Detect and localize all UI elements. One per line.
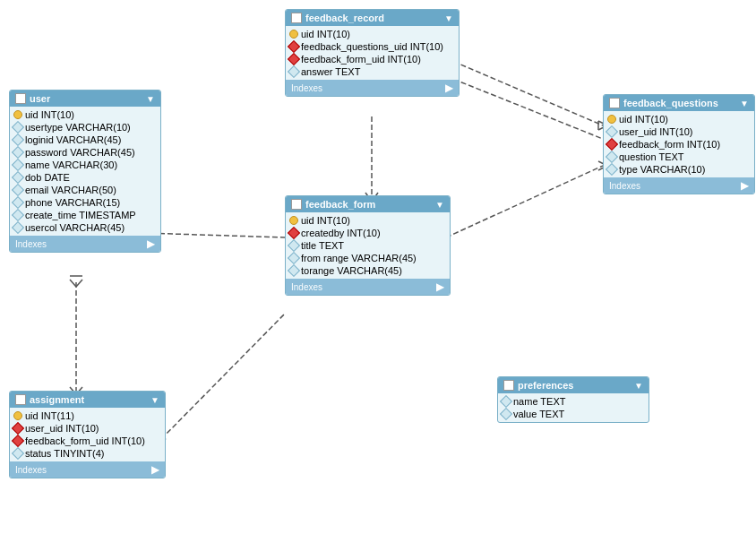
dropdown-arrow[interactable]: ▼ [740,99,749,108]
field-icon [12,171,24,184]
field-text: name TEXT [513,396,566,407]
field-icon [12,121,24,134]
field-row: email VARCHAR(50) [10,184,160,196]
field-row: uid INT(10) [286,214,450,227]
table-header-feedback-questions: feedback_questions ▼ [604,95,754,111]
table-header-preferences: preferences ▼ [498,377,649,393]
table-icon [609,98,620,108]
fk-icon [606,138,618,151]
field-row: uid INT(10) [286,28,459,40]
table-name-feedback-record: feedback_record [305,13,384,23]
field-text: type VARCHAR(10) [619,164,705,175]
field-icon [606,151,618,163]
field-icon [12,146,24,159]
field-row: user_uid INT(10) [604,125,754,138]
field-row: name VARCHAR(30) [10,159,160,171]
table-body-feedback-record: uid INT(10) feedback_questions_uid INT(1… [286,26,459,80]
field-text: dob DATE [25,172,70,183]
table-icon [291,199,302,210]
field-text: usertype VARCHAR(10) [25,122,131,133]
field-icon [606,163,618,176]
field-row: feedback_questions_uid INT(10) [286,40,459,53]
fk-icon [288,53,300,65]
table-footer-assignment[interactable]: Indexes ▶ [10,461,165,478]
table-icon [291,13,302,23]
field-row: password VARCHAR(45) [10,146,160,159]
svg-line-12 [446,166,603,237]
field-icon [606,125,618,138]
field-row: type VARCHAR(10) [604,163,754,176]
dropdown-arrow[interactable]: ▼ [146,94,155,104]
field-text: feedback_questions_uid INT(10) [301,41,443,52]
field-row: usercol VARCHAR(45) [10,221,160,234]
table-header-feedback-record: feedback_record ▼ [286,10,459,26]
field-text: loginid VARCHAR(45) [25,134,121,145]
table-feedback-form: feedback_form ▼ uid INT(10) createdby IN… [285,195,451,296]
field-row: user_uid INT(10) [10,422,165,435]
field-text: createdby INT(10) [301,228,381,238]
field-icon [12,447,24,460]
dropdown-arrow[interactable]: ▼ [634,381,643,391]
field-text: torange VARCHAR(45) [301,265,402,276]
svg-line-17 [76,280,82,287]
field-icon [12,159,24,171]
field-icon [500,395,512,408]
field-text: uid INT(11) [25,410,74,421]
table-name-feedback-questions: feedback_questions [623,98,718,108]
field-row: answer TEXT [286,65,459,78]
dropdown-arrow[interactable]: ▼ [435,200,444,210]
table-name-preferences: preferences [518,380,573,391]
table-body-feedback-form: uid INT(10) createdby INT(10) title TEXT… [286,212,450,279]
field-row: phone VARCHAR(15) [10,196,160,209]
field-icon [288,264,300,277]
dropdown-arrow[interactable]: ▼ [150,395,159,405]
table-icon [15,394,26,405]
table-preferences: preferences ▼ name TEXT value TEXT [497,376,649,423]
fk-icon [12,422,24,435]
indexes-label: Indexes [291,83,322,93]
field-text: from range VARCHAR(45) [301,253,417,263]
footer-arrow: ▶ [741,179,749,192]
field-text: user_uid INT(10) [619,126,693,137]
field-row: torange VARCHAR(45) [286,264,450,277]
field-text: status TINYINT(4) [25,448,104,459]
field-row: createdby INT(10) [286,227,450,239]
field-row: from range VARCHAR(45) [286,252,450,264]
field-icon [288,239,300,252]
field-text: value TEXT [513,409,564,419]
pk-icon [607,115,616,124]
field-icon [288,65,300,78]
field-row: loginid VARCHAR(45) [10,134,160,146]
field-text: password VARCHAR(45) [25,147,135,158]
table-body-feedback-questions: uid INT(10) user_uid INT(10) feedback_fo… [604,111,754,177]
table-footer-feedback-questions[interactable]: Indexes ▶ [604,177,754,194]
field-text: feedback_form_uid INT(10) [301,54,421,65]
table-header-feedback-form: feedback_form ▼ [286,196,450,212]
field-text: feedback_form INT(10) [619,139,720,150]
field-text: usercol VARCHAR(45) [25,222,125,233]
field-row: uid INT(10) [604,113,754,125]
table-footer-feedback-form[interactable]: Indexes ▶ [286,279,450,295]
field-text: uid INT(10) [25,109,74,120]
dropdown-arrow[interactable]: ▼ [444,13,453,23]
field-text: name VARCHAR(30) [25,159,117,170]
field-row: feedback_form_uid INT(10) [286,53,459,65]
field-text: title TEXT [301,240,344,251]
field-row: dob DATE [10,171,160,184]
table-body-preferences: name TEXT value TEXT [498,393,649,422]
field-icon [12,209,24,221]
field-icon [12,196,24,209]
field-row: usertype VARCHAR(10) [10,121,160,134]
field-row: value TEXT [498,408,649,420]
footer-arrow: ▶ [151,463,159,476]
footer-arrow: ▶ [436,280,444,293]
field-text: user_uid INT(10) [25,423,99,434]
field-text: phone VARCHAR(15) [25,197,120,208]
field-text: uid INT(10) [301,29,350,39]
svg-line-25 [446,76,603,139]
table-footer-feedback-record[interactable]: Indexes ▶ [286,80,459,96]
field-icon [12,184,24,196]
indexes-label: Indexes [609,181,640,191]
table-header-user: user ▼ [10,90,160,107]
table-footer-user[interactable]: Indexes ▶ [10,236,160,252]
